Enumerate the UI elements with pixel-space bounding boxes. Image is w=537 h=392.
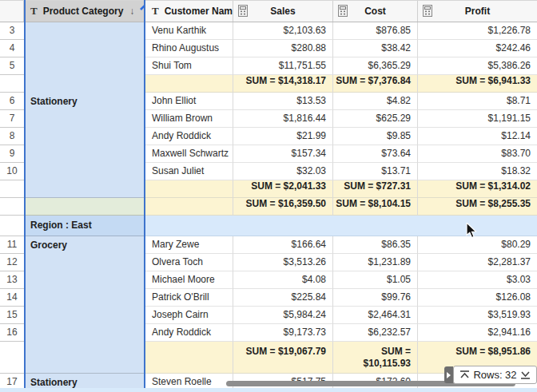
cost-cell[interactable]: $1.05: [333, 271, 418, 289]
header-cell-sales[interactable]: Sales: [233, 1, 333, 22]
product-category-cell[interactable]: [24, 128, 145, 145]
row-number-cell[interactable]: 3: [0, 22, 24, 40]
profit-cell[interactable]: $3.03: [418, 271, 537, 289]
customer-cell[interactable]: Maxwell Schwartz: [145, 145, 233, 163]
cost-cell[interactable]: $86.35: [333, 236, 418, 254]
row-number-cell[interactable]: 13: [0, 271, 24, 289]
product-category-cell[interactable]: [24, 145, 145, 163]
cost-cell[interactable]: $1,231.89: [333, 254, 418, 271]
product-category-cell[interactable]: [24, 22, 145, 40]
sales-sum-cell[interactable]: SUM = $19,067.79: [233, 342, 333, 374]
sales-cell[interactable]: $166.64: [233, 236, 333, 254]
sales-cell[interactable]: $225.84: [233, 289, 333, 307]
customer-sum-cell[interactable]: [145, 180, 233, 198]
cost-cell[interactable]: $9.85: [333, 128, 418, 145]
scroll-to-top-icon[interactable]: [459, 370, 470, 380]
cost-sum-cell[interactable]: SUM = $10,115.93: [333, 342, 418, 374]
sales-sum-cell[interactable]: SUM = $16,359.50: [233, 198, 333, 216]
row-number-cell[interactable]: 16: [0, 324, 24, 342]
profit-cell[interactable]: $242.46: [418, 40, 537, 57]
cost-sum-cell[interactable]: SUM = $8,104.15: [333, 198, 418, 216]
row-number-cell[interactable]: 9: [0, 145, 24, 163]
sales-sum-cell[interactable]: SUM = $2,041.33: [233, 180, 333, 198]
sales-cell[interactable]: $11,751.55: [233, 57, 333, 75]
customer-cell[interactable]: Joseph Cairn: [145, 307, 233, 324]
cost-cell[interactable]: $73.64: [333, 145, 418, 163]
header-cell-profit[interactable]: Profit: [418, 1, 537, 22]
cost-cell[interactable]: $6,232.57: [333, 324, 418, 342]
customer-cell[interactable]: Susan Juliet: [145, 163, 233, 180]
sales-cell[interactable]: $32.03: [233, 163, 333, 180]
cost-cell[interactable]: $99.76: [333, 289, 418, 307]
profit-cell[interactable]: $3,519.93: [418, 307, 537, 324]
product-category-cell[interactable]: Region : East: [24, 216, 145, 236]
profit-cell[interactable]: $80.29: [418, 236, 537, 254]
customer-cell[interactable]: Andy Roddick: [145, 128, 233, 145]
product-category-cell[interactable]: [24, 271, 145, 289]
row-number-cell[interactable]: [0, 180, 24, 198]
profit-cell[interactable]: $5,386.26: [418, 57, 537, 75]
profit-cell[interactable]: $18.32: [418, 163, 537, 180]
sales-cell[interactable]: $3,513.26: [233, 254, 333, 271]
sales-cell[interactable]: $4.08: [233, 271, 333, 289]
row-number-cell[interactable]: 15: [0, 307, 24, 324]
customer-sum-cell[interactable]: [145, 198, 233, 216]
sales-cell[interactable]: $9,173.73: [233, 324, 333, 342]
row-number-cell[interactable]: 8: [0, 128, 24, 145]
row-number-cell[interactable]: 11: [0, 236, 24, 254]
product-category-cell[interactable]: Stationery: [24, 93, 145, 110]
profit-sum-cell[interactable]: SUM = $1,314.02: [418, 180, 537, 198]
sales-cell[interactable]: $5,984.24: [233, 307, 333, 324]
product-category-cell[interactable]: [24, 40, 145, 57]
sales-cell[interactable]: $2,103.63: [233, 22, 333, 40]
profit-cell[interactable]: $126.08: [418, 289, 537, 307]
product-category-cell[interactable]: [24, 180, 145, 198]
customer-cell[interactable]: Patrick O'Brill: [145, 289, 233, 307]
row-number-cell[interactable]: 5: [0, 57, 24, 75]
number-format-icon[interactable]: [423, 5, 432, 17]
customer-cell[interactable]: Andy Roddick: [145, 324, 233, 342]
cost-cell[interactable]: $625.29: [333, 110, 418, 128]
profit-cell[interactable]: $12.14: [418, 128, 537, 145]
profit-cell[interactable]: $1,226.78: [418, 22, 537, 40]
cost-cell[interactable]: $13.71: [333, 163, 418, 180]
row-number-cell[interactable]: [0, 198, 24, 216]
product-category-cell[interactable]: Grocery: [24, 236, 145, 254]
product-category-cell[interactable]: [24, 254, 145, 271]
profit-cell[interactable]: $2,941.16: [418, 324, 537, 342]
profit-cell[interactable]: $2,281.37: [418, 254, 537, 271]
product-category-cell[interactable]: [24, 289, 145, 307]
product-category-cell[interactable]: [24, 198, 145, 216]
number-format-icon[interactable]: [238, 5, 248, 17]
customer-sum-cell[interactable]: [145, 342, 233, 374]
product-category-cell[interactable]: [24, 110, 145, 128]
customer-cell[interactable]: William Brown: [145, 110, 233, 128]
customer-cell[interactable]: Mary Zewe: [145, 236, 233, 254]
profit-sum-cell[interactable]: SUM = $6,941.33: [418, 75, 537, 93]
product-category-cell[interactable]: [24, 324, 145, 342]
product-category-cell[interactable]: [24, 307, 145, 324]
profit-cell[interactable]: $1,191.15: [418, 110, 537, 128]
product-category-cell[interactable]: [24, 75, 145, 93]
row-number-cell[interactable]: 7: [0, 110, 24, 128]
cost-cell[interactable]: $4.82: [333, 93, 418, 110]
sort-desc-icon[interactable]: ↓: [129, 6, 134, 17]
row-number-cell[interactable]: 10: [0, 163, 24, 180]
row-number-cell[interactable]: [0, 216, 24, 236]
header-cell-customer-name[interactable]: T Customer Name: [145, 1, 233, 22]
row-number-cell[interactable]: 6: [0, 93, 24, 110]
sales-cell[interactable]: $280.88: [233, 40, 333, 57]
profit-cell[interactable]: $8.71: [418, 93, 537, 110]
number-format-icon[interactable]: [338, 5, 348, 17]
row-number-cell[interactable]: [0, 75, 24, 93]
header-cell-product-category[interactable]: T Product Category ↓: [24, 1, 145, 22]
customer-sum-cell[interactable]: [145, 75, 233, 93]
customer-cell[interactable]: Venu Karthik: [145, 22, 233, 40]
sales-cell[interactable]: $21.99: [233, 128, 333, 145]
cost-cell[interactable]: $6,365.29: [333, 57, 418, 75]
profit-sum-cell[interactable]: SUM = $8,255.35: [418, 198, 537, 216]
cost-sum-cell[interactable]: SUM = $727.31: [333, 180, 418, 198]
row-number-cell[interactable]: 4: [0, 40, 24, 57]
cost-cell[interactable]: $2,464.31: [333, 307, 418, 324]
cost-cell[interactable]: $876.85: [333, 22, 418, 40]
